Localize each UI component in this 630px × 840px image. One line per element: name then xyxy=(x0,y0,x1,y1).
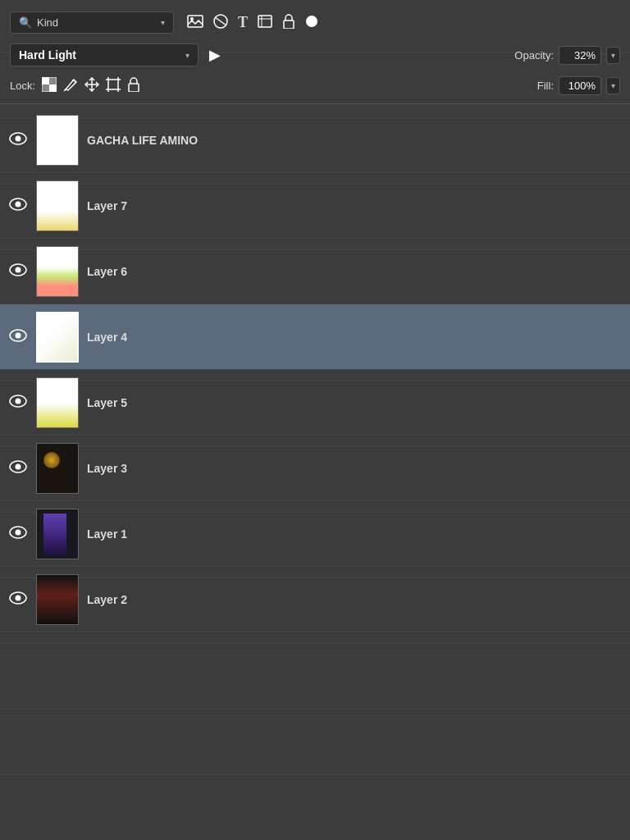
divider xyxy=(0,103,630,104)
layer-row[interactable]: Layer 7 xyxy=(0,173,630,239)
blend-chevron-icon: ▾ xyxy=(185,51,189,60)
svg-rect-11 xyxy=(49,77,57,84)
shape-icon[interactable] xyxy=(258,15,272,31)
kind-chevron-icon: ▾ xyxy=(161,18,165,27)
lock-fill-row: Lock: xyxy=(0,71,630,100)
cursor-arrow-icon: ▶ xyxy=(209,46,221,64)
pixel-icon[interactable] xyxy=(305,15,318,31)
layer-thumbnail xyxy=(36,574,79,625)
search-icon: 🔍 xyxy=(19,16,32,29)
layer-thumbnail xyxy=(36,312,79,363)
opacity-chevron-icon[interactable]: ▾ xyxy=(606,47,620,64)
kind-dropdown[interactable]: 🔍 Kind ▾ xyxy=(10,11,174,34)
layer-row[interactable]: Layer 5 xyxy=(0,370,630,436)
fill-section: Fill: 100% ▾ xyxy=(537,76,620,95)
layer-name: Layer 1 xyxy=(87,527,622,541)
layer-name: Layer 5 xyxy=(87,396,622,409)
layer-name: Layer 6 xyxy=(87,265,622,278)
image-icon[interactable] xyxy=(187,15,203,31)
svg-point-37 xyxy=(16,398,21,404)
layer-row[interactable]: Layer 1 xyxy=(0,501,630,567)
layer-row[interactable]: Layer 2 xyxy=(0,567,630,632)
lock-image-pixels-icon[interactable] xyxy=(63,77,78,94)
visibility-icon[interactable] xyxy=(8,591,28,608)
svg-rect-12 xyxy=(42,84,49,92)
svg-point-31 xyxy=(16,201,21,207)
visibility-icon[interactable] xyxy=(8,526,28,542)
visibility-icon[interactable] xyxy=(8,329,28,345)
layer-row[interactable]: Layer 6 xyxy=(0,239,630,304)
layer-row[interactable]: GACHA LIFE AMINO xyxy=(0,107,630,173)
layer-row[interactable]: Layer 4 xyxy=(0,304,630,370)
layer-type-icons: T xyxy=(187,14,318,32)
lock-label: Lock: xyxy=(10,80,35,92)
layer-thumbnail xyxy=(36,115,79,166)
fill-chevron-icon[interactable]: ▾ xyxy=(606,77,620,94)
opacity-label: Opacity: xyxy=(514,49,554,62)
blend-mode-label: Hard Light xyxy=(19,48,180,62)
lock-all-icon[interactable] xyxy=(127,77,140,94)
layer-thumbnail xyxy=(36,246,79,297)
lock-transparency-icon[interactable] xyxy=(42,77,57,94)
fill-field[interactable]: 100% xyxy=(559,76,601,95)
layer-name: GACHA LIFE AMINO xyxy=(87,134,622,147)
svg-rect-9 xyxy=(42,77,49,84)
layers-list: GACHA LIFE AMINO Layer 7 xyxy=(0,107,630,632)
lock-artboard-icon[interactable] xyxy=(106,77,121,94)
visibility-icon[interactable] xyxy=(8,198,28,214)
layer-name: Layer 3 xyxy=(87,462,622,475)
layer-name: Layer 7 xyxy=(87,199,622,212)
svg-rect-0 xyxy=(188,16,203,27)
layer-thumbnail xyxy=(36,509,79,559)
svg-point-43 xyxy=(16,595,21,600)
filter-toolbar: 🔍 Kind ▾ T xyxy=(0,7,630,39)
lock-position-icon[interactable] xyxy=(84,77,99,94)
blend-mode-dropdown[interactable]: Hard Light ▶ ▾ xyxy=(10,43,199,66)
lock-icons-group xyxy=(42,77,140,94)
svg-point-35 xyxy=(16,332,21,338)
blend-opacity-row: Hard Light ▶ ▾ Opacity: 32% ▾ xyxy=(0,39,630,71)
svg-rect-4 xyxy=(258,16,272,27)
text-icon[interactable]: T xyxy=(238,14,248,31)
visibility-icon[interactable] xyxy=(8,395,28,411)
svg-point-41 xyxy=(16,529,21,535)
svg-line-14 xyxy=(64,89,66,91)
layers-panel: { "toolbar": { "kind_label": "Kind", "ic… xyxy=(0,0,630,840)
visibility-icon[interactable] xyxy=(8,263,28,280)
svg-rect-27 xyxy=(129,84,139,92)
svg-rect-10 xyxy=(49,84,57,92)
layer-name: Layer 2 xyxy=(87,593,622,606)
svg-point-33 xyxy=(16,267,21,272)
svg-point-29 xyxy=(16,135,21,141)
smart-object-icon[interactable] xyxy=(282,14,295,32)
visibility-icon[interactable] xyxy=(8,132,28,148)
svg-point-8 xyxy=(306,16,317,27)
layer-thumbnail xyxy=(36,443,79,494)
layer-row[interactable]: Layer 3 xyxy=(0,436,630,501)
opacity-section: Opacity: 32% ▾ xyxy=(514,46,620,65)
svg-line-3 xyxy=(215,17,226,25)
opacity-field[interactable]: 32% xyxy=(559,46,601,65)
layer-name: Layer 4 xyxy=(87,331,622,344)
visibility-icon[interactable] xyxy=(8,460,28,477)
kind-label: Kind xyxy=(37,16,156,29)
fill-label: Fill: xyxy=(537,80,554,92)
layer-thumbnail xyxy=(36,377,79,428)
svg-rect-7 xyxy=(284,21,294,29)
svg-rect-18 xyxy=(108,80,118,89)
adjustment-icon[interactable] xyxy=(213,14,228,32)
svg-point-39 xyxy=(16,463,21,469)
layer-thumbnail xyxy=(36,180,79,231)
